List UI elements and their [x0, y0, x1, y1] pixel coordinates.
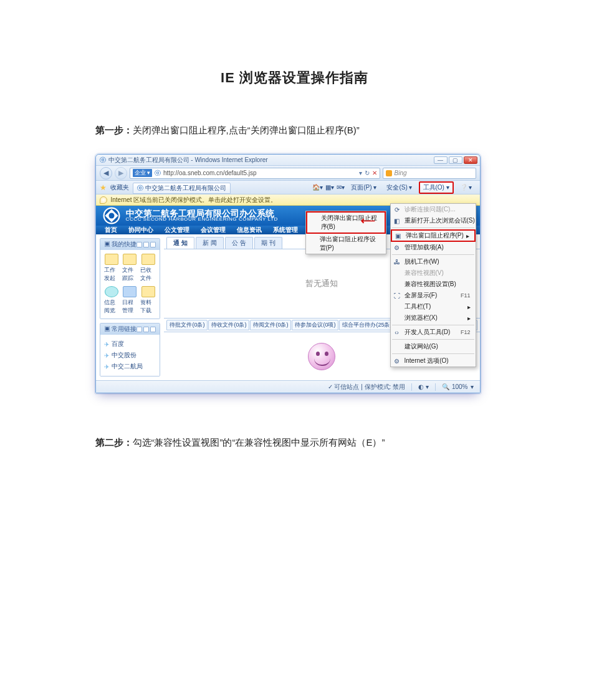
page-menu-button[interactable]: 页面(P) ▾	[347, 182, 380, 193]
nav-item[interactable]: 协同中心	[128, 226, 153, 234]
favorites-label[interactable]: 收藏夹	[110, 183, 129, 192]
notice-tab[interactable]: 新 闻	[196, 237, 224, 249]
zoom-level: 100%	[452, 383, 468, 390]
menu-item-diagnose[interactable]: ⟳诊断连接问题(C)...	[391, 204, 476, 215]
nav-item[interactable]: 首页	[105, 226, 117, 234]
safety-menu-button[interactable]: 安全(S) ▾	[383, 182, 416, 193]
status-zoom[interactable]: 🔍 100% ▾	[442, 383, 474, 390]
step-1-text: 关闭弹出窗口阻止程序,点击“关闭弹出窗口阻止程序(B)”	[133, 125, 360, 135]
status-extra-icon[interactable]: ◐ ▾	[418, 383, 429, 390]
search-placeholder: Bing	[395, 170, 407, 176]
menu-item-compat-view-settings[interactable]: 兼容性视图设置(B)	[391, 279, 476, 290]
nav-forward-button[interactable]: ▶	[115, 167, 127, 180]
pending-tab[interactable]: 待收文件(0条)	[208, 320, 249, 330]
svg-point-2	[108, 213, 114, 219]
window-titlebar: ⓔ 中交第二航务工程局有限公司 - Windows Internet Explo…	[96, 155, 480, 166]
pending-tab[interactable]: 待参加会议(0项)	[292, 320, 338, 330]
home-icon[interactable]: 🏠▾	[312, 184, 323, 191]
quicklink[interactable]: 日程管理	[122, 286, 138, 315]
panel-links: ▣ 常用链接 ✈百度 ✈中交股份 ✈中交二航局	[100, 323, 161, 376]
status-trust: ✓ 可信站点 | 保护模式: 禁用	[328, 383, 406, 391]
menu-item-popup-blocker[interactable]: ▣弹出窗口阻止程序(P)▸	[391, 229, 476, 242]
pending-tab[interactable]: 综合平台待办(25条)	[339, 320, 395, 330]
command-bar: 🏠▾ ▦▾ ✉▾ 页面(P) ▾ 安全(S) ▾ 工具(O) ▾ ❔ ▾	[312, 181, 476, 194]
browser-tab[interactable]: ⓔ 中交第二航务工程局有限公司	[133, 183, 231, 194]
window-close-button[interactable]: ✕	[464, 156, 477, 164]
feeds-icon[interactable]: ▦▾	[325, 184, 334, 191]
smiley-icon	[308, 343, 335, 370]
address-url: http://oa.sneb.com.cn/default5.jsp	[163, 170, 356, 176]
address-scheme-badge: 企业 ▾	[133, 169, 153, 177]
annotation-arrow-icon: ⟵	[361, 214, 375, 226]
menu-item-dev-tools[interactable]: ‹›开发人员工具(D)F12	[391, 327, 476, 338]
menu-item-explorer-bars[interactable]: 浏览器栏(X)▸	[391, 312, 476, 324]
menu-item-compat-view[interactable]: 兼容性视图(V)	[391, 267, 476, 279]
quicklink[interactable]: 信息阅览	[104, 286, 120, 315]
menu-item-fullscreen[interactable]: ⛶全屏显示(F)F11	[391, 290, 476, 301]
stop-icon[interactable]: ✕	[372, 170, 377, 176]
pending-tab[interactable]: 待批文件(0条)	[166, 320, 208, 330]
tabs-row: ★ 收藏夹 ⓔ 中交第二航务工程局有限公司 🏠▾ ▦▾ ✉▾ 页面(P) ▾ 安…	[96, 181, 480, 194]
step-2: 第二步：勾选“兼容性设置视图”的“在兼容性视图中显示所有网站（E）”	[95, 437, 494, 449]
submenu-item-popup-blocker-settings[interactable]: 弹出窗口阻止程序设置(P)	[306, 234, 386, 254]
info-bar-text: Internet 区域当前已关闭保护模式。单击此处打开安全设置。	[111, 196, 277, 204]
favorites-star-icon[interactable]: ★	[100, 183, 107, 192]
panel-controls[interactable]	[136, 327, 156, 332]
panel-quicklinks: ▣ 我的快捷 工作发起 文件跟踪 已收文件 信息阅览 日程管理 资料下载	[100, 238, 161, 319]
ie-logo-icon: ⓔ	[100, 156, 106, 165]
bing-icon	[386, 170, 392, 176]
mail-icon[interactable]: ✉▾	[337, 184, 345, 191]
tools-menu-button[interactable]: 工具(O) ▾	[419, 181, 454, 194]
nav-item[interactable]: 公文管理	[165, 226, 189, 234]
notice-tab[interactable]: 通 知	[166, 237, 194, 249]
app-subtitle: CCCC SECOND HARBOUR ENGINEERING COMPANY …	[126, 217, 279, 223]
screenshot-ie: ⓔ 中交第二航务工程局有限公司 - Windows Internet Explo…	[95, 154, 481, 393]
search-box[interactable]: Bing	[383, 168, 476, 179]
quicklink[interactable]: 文件跟踪	[122, 254, 138, 282]
tab-label: 中交第二航务工程局有限公司	[145, 184, 226, 193]
site-favicon-icon: ⓔ	[155, 169, 161, 178]
menu-item-work-offline[interactable]: 🖧脱机工作(W)	[391, 256, 476, 267]
panel-title: ▣ 常用链接	[104, 325, 137, 333]
window-minimize-button[interactable]: —	[434, 156, 448, 164]
notice-tab[interactable]: 期 刊	[254, 237, 282, 249]
nav-back-button[interactable]: ◀	[100, 167, 112, 180]
quicklink[interactable]: 资料下载	[140, 286, 156, 315]
nav-item[interactable]: 会议管理	[201, 226, 226, 234]
shield-icon	[100, 196, 107, 204]
zoom-icon: 🔍	[442, 383, 449, 390]
status-bar: ✓ 可信站点 | 保护模式: 禁用 ◐ ▾ 🔍 100% ▾	[96, 380, 480, 393]
menu-item-internet-options[interactable]: ⚙Internet 选项(O)	[391, 355, 476, 367]
link-item[interactable]: ✈中交二航局	[104, 361, 156, 372]
company-logo-icon	[102, 206, 121, 225]
quicklink[interactable]: 工作发起	[104, 254, 120, 282]
menu-item-reopen-session[interactable]: ◧重新打开上次浏览会话(S)	[391, 215, 476, 226]
pending-tab[interactable]: 待阅文件(0条)	[250, 320, 291, 330]
tools-dropdown-menu: ⟳诊断连接问题(C)... ◧重新打开上次浏览会话(S) ▣弹出窗口阻止程序(P…	[390, 203, 476, 367]
step-1-lead: 第一步：	[95, 125, 133, 135]
notice-tab[interactable]: 公 告	[225, 237, 253, 249]
address-bar-row: ◀ ▶ 企业 ▾ ⓔ http://oa.sneb.com.cn/default…	[96, 166, 480, 181]
address-dropdown-icon[interactable]: ▾	[359, 170, 362, 176]
window-title: 中交第二航务工程局有限公司 - Windows Internet Explore…	[108, 156, 268, 165]
help-menu-button[interactable]: ❔ ▾	[456, 183, 476, 192]
nav-item[interactable]: 信息资讯	[237, 226, 262, 234]
menu-item-manage-addons[interactable]: ⚙管理加载项(A)	[391, 242, 476, 253]
refresh-icon[interactable]: ↻	[365, 170, 370, 176]
window-maximize-button[interactable]: ▢	[449, 156, 462, 164]
menu-item-suggested-sites[interactable]: 建议网站(G)	[391, 341, 476, 352]
doc-title: IE 浏览器设置操作指南	[95, 69, 494, 87]
menu-item-toolbars[interactable]: 工具栏(T)▸	[391, 301, 476, 312]
sidebar: ▣ 我的快捷 工作发起 文件跟踪 已收文件 信息阅览 日程管理 资料下载	[96, 234, 165, 380]
panel-controls[interactable]	[136, 242, 156, 247]
quicklink[interactable]: 已收文件	[140, 254, 156, 282]
tab-favicon-icon: ⓔ	[137, 184, 143, 193]
step-2-lead: 第二步：	[95, 437, 133, 448]
link-item[interactable]: ✈中交股份	[104, 350, 156, 361]
address-field[interactable]: 企业 ▾ ⓔ http://oa.sneb.com.cn/default5.js…	[130, 168, 380, 179]
link-item[interactable]: ✈百度	[104, 338, 156, 350]
panel-title: ▣ 我的快捷	[104, 240, 137, 249]
step-2-text: 勾选“兼容性设置视图”的“在兼容性视图中显示所有网站（E）”	[133, 437, 385, 448]
step-1: 第一步：关闭弹出窗口阻止程序,点击“关闭弹出窗口阻止程序(B)”	[95, 125, 494, 137]
nav-item[interactable]: 系统管理	[273, 226, 298, 234]
